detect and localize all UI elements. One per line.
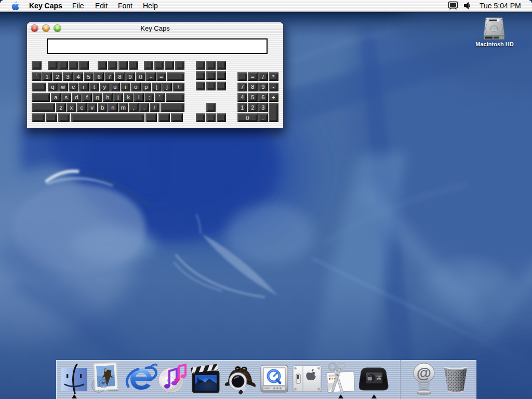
- svg-text:@: @: [417, 365, 431, 381]
- svg-text:⌘: ⌘: [376, 375, 382, 381]
